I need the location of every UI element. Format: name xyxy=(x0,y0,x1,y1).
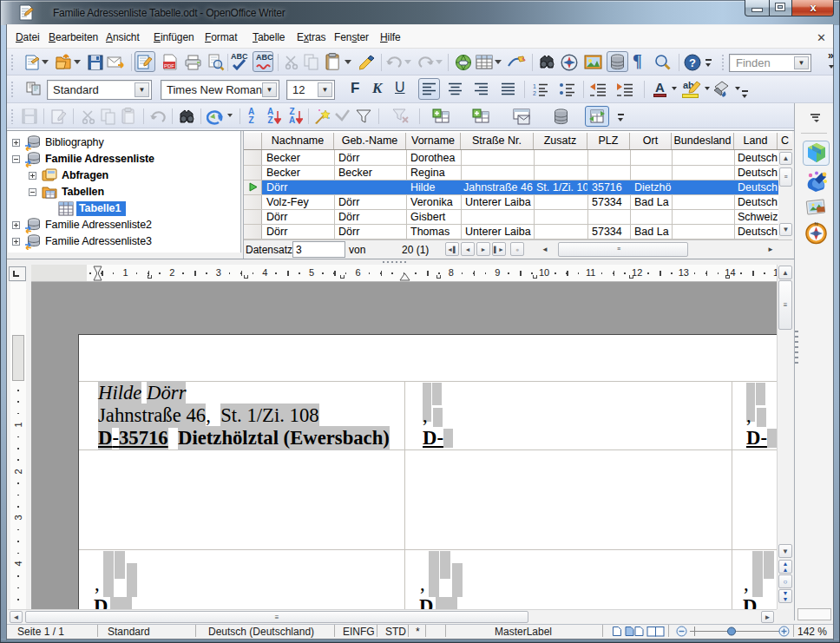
svg-text:?: ? xyxy=(689,56,696,69)
svg-text:N: N xyxy=(815,221,818,226)
svg-text:1: 1 xyxy=(533,83,536,89)
svg-text:PDF: PDF xyxy=(164,63,174,69)
svg-text:2: 2 xyxy=(533,90,536,96)
